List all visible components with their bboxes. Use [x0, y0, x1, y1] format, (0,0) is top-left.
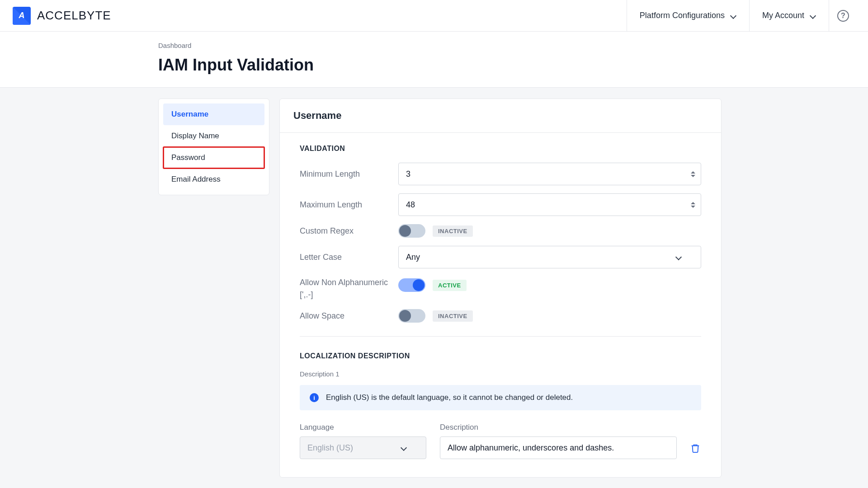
section-divider — [300, 336, 701, 337]
stepper-icon[interactable] — [689, 168, 697, 180]
max-length-input[interactable]: 48 — [398, 193, 701, 216]
min-length-label: Minimum Length — [300, 168, 398, 180]
custom-regex-badge: INACTIVE — [433, 225, 473, 237]
brand-logo-icon: A — [13, 7, 31, 25]
chevron-down-icon — [675, 254, 682, 260]
sidebar: Username Display Name Password Email Add… — [158, 99, 269, 195]
min-length-input[interactable]: 3 — [398, 163, 701, 185]
platform-configurations-label: Platform Configurations — [640, 11, 725, 20]
chevron-down-icon — [730, 13, 736, 19]
stepper-icon[interactable] — [689, 199, 697, 211]
topbar: A ACCELBYTE Platform Configurations My A… — [0, 0, 868, 32]
description-subtitle: Description 1 — [300, 370, 701, 378]
letter-case-label: Letter Case — [300, 251, 398, 263]
allow-non-alphanumeric-toggle[interactable] — [398, 278, 425, 292]
sidebar-item-display-name[interactable]: Display Name — [163, 125, 264, 147]
localization-section-title: LOCALIZATION DESCRIPTION — [300, 352, 701, 360]
chevron-down-icon — [810, 13, 816, 19]
sidebar-item-password[interactable]: Password — [163, 147, 264, 169]
breadcrumb[interactable]: Dashboard — [158, 42, 868, 49]
my-account-menu[interactable]: My Account — [749, 0, 829, 32]
description-label: Description — [440, 423, 677, 432]
panel-heading: Username — [280, 99, 721, 133]
help-icon: ? — [837, 10, 849, 22]
allow-space-toggle[interactable] — [398, 309, 425, 323]
my-account-label: My Account — [762, 11, 804, 20]
sidebar-item-username[interactable]: Username — [163, 103, 264, 125]
custom-regex-label: Custom Regex — [300, 225, 398, 237]
language-select[interactable]: English (US) — [300, 436, 426, 459]
delete-description-button[interactable] — [690, 443, 700, 454]
main-panel: Username VALIDATION Minimum Length 3 Max… — [279, 99, 722, 478]
validation-section-title: VALIDATION — [300, 145, 701, 153]
info-banner: i English (US) is the default language, … — [300, 385, 701, 410]
max-length-label: Maximum Length — [300, 199, 398, 211]
description-input[interactable]: Allow alphanumeric, underscores and dash… — [440, 436, 677, 459]
allow-non-alphanumeric-label: Allow Non Alphanumeric [',.-] — [300, 277, 398, 301]
help-button[interactable]: ? — [829, 0, 857, 32]
brand-name: ACCELBYTE — [37, 9, 111, 23]
platform-configurations-menu[interactable]: Platform Configurations — [627, 0, 749, 32]
info-banner-text: English (US) is the default language, so… — [326, 393, 573, 402]
page-title: IAM Input Validation — [158, 56, 868, 75]
letter-case-select[interactable]: Any — [398, 246, 701, 268]
custom-regex-toggle[interactable] — [398, 224, 425, 238]
allow-non-alphanumeric-badge: ACTIVE — [433, 280, 467, 291]
trash-icon — [690, 443, 700, 454]
chevron-down-icon — [401, 445, 407, 451]
allow-space-label: Allow Space — [300, 310, 398, 322]
brand: A ACCELBYTE — [13, 7, 111, 25]
allow-space-badge: INACTIVE — [433, 310, 473, 322]
language-label: Language — [300, 423, 426, 432]
sidebar-item-email-address[interactable]: Email Address — [163, 169, 264, 190]
page-head: Dashboard IAM Input Validation — [0, 32, 868, 88]
content: Username Display Name Password Email Add… — [0, 88, 868, 478]
info-icon: i — [310, 393, 319, 402]
